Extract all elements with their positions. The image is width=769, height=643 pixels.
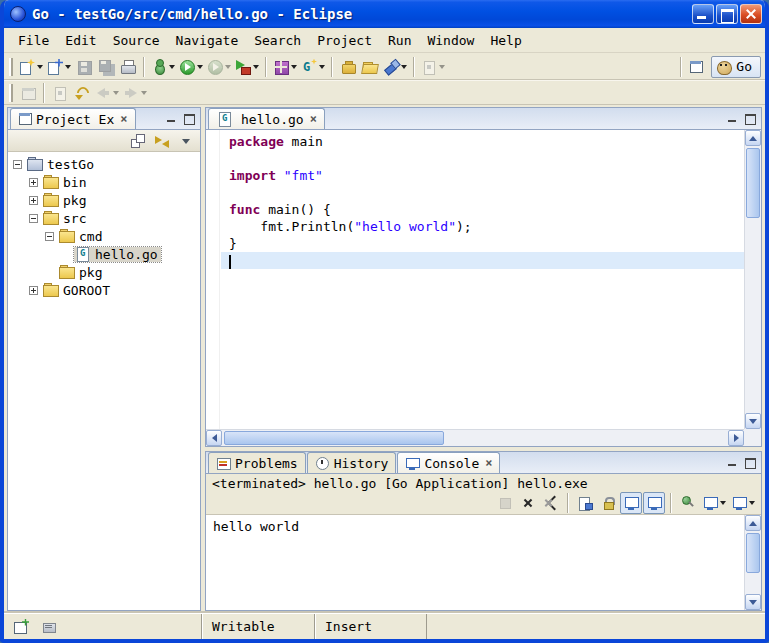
toolbar-handle[interactable] bbox=[9, 58, 13, 76]
expand-expander-icon[interactable] bbox=[29, 196, 38, 205]
run-history-button[interactable] bbox=[205, 56, 233, 78]
save-button[interactable] bbox=[73, 56, 95, 78]
open-console-button[interactable] bbox=[729, 492, 757, 514]
tree-item-hello-go[interactable]: hello.go bbox=[8, 245, 200, 263]
tree-item-goroot[interactable]: GOROOT bbox=[8, 281, 200, 299]
minimize-view-icon[interactable] bbox=[164, 112, 179, 125]
tab-problems[interactable]: Problems bbox=[208, 452, 306, 473]
close-tab-icon[interactable]: × bbox=[120, 114, 127, 124]
tree-item-pkg[interactable]: pkg bbox=[8, 191, 200, 209]
save-all-button[interactable] bbox=[95, 56, 117, 78]
editor-vertical-scrollbar[interactable] bbox=[744, 130, 761, 429]
collapse-expander-icon[interactable] bbox=[13, 160, 22, 169]
go-wizard-button[interactable] bbox=[299, 56, 327, 78]
remove-all-launches-button[interactable] bbox=[540, 492, 562, 514]
last-annotation-button[interactable] bbox=[49, 82, 71, 104]
go-perspective-button[interactable]: Go bbox=[711, 56, 761, 78]
maximize-view-icon[interactable] bbox=[742, 456, 757, 469]
maximize-view-icon[interactable] bbox=[181, 112, 196, 125]
tree-item-src[interactable]: src bbox=[8, 209, 200, 227]
code-area[interactable]: package mainimport "fmt"func main() { fm… bbox=[221, 130, 744, 429]
next-annotation-button[interactable] bbox=[419, 56, 447, 78]
pin-console-button[interactable] bbox=[677, 492, 699, 514]
run-button[interactable] bbox=[177, 56, 205, 78]
tab-project-explorer[interactable]: Project Ex × bbox=[10, 108, 136, 129]
forward-button[interactable] bbox=[121, 82, 149, 104]
tree-item-bin[interactable]: bin bbox=[8, 173, 200, 191]
back-button[interactable] bbox=[93, 82, 121, 104]
display-console-button[interactable] bbox=[700, 492, 728, 514]
remove-launch-button[interactable] bbox=[517, 492, 539, 514]
scroll-down-button[interactable] bbox=[745, 594, 761, 610]
collapse-expander-icon[interactable] bbox=[45, 232, 54, 241]
tab-console[interactable]: Console× bbox=[397, 452, 500, 473]
editor-horizontal-scrollbar[interactable] bbox=[206, 429, 744, 446]
new-go-project-button[interactable] bbox=[271, 56, 299, 78]
close-button[interactable] bbox=[740, 4, 762, 24]
menu-edit[interactable]: Edit bbox=[57, 30, 104, 51]
show-stdout-button[interactable] bbox=[620, 492, 642, 514]
collapse-expander-icon[interactable] bbox=[29, 214, 38, 223]
code-line[interactable] bbox=[221, 184, 744, 201]
expand-expander-icon[interactable] bbox=[29, 286, 38, 295]
new-element-button[interactable] bbox=[45, 56, 73, 78]
menu-window[interactable]: Window bbox=[419, 30, 482, 51]
link-with-editor-button[interactable] bbox=[151, 130, 173, 152]
maximize-view-icon[interactable] bbox=[742, 112, 757, 125]
menu-file[interactable]: File bbox=[10, 30, 57, 51]
menu-project[interactable]: Project bbox=[309, 30, 380, 51]
fast-view-button[interactable] bbox=[10, 616, 32, 638]
console-vertical-scrollbar[interactable] bbox=[744, 515, 761, 610]
view-menu-button[interactable] bbox=[175, 130, 197, 152]
console-output[interactable]: hello world bbox=[206, 515, 761, 610]
menu-help[interactable]: Help bbox=[482, 30, 529, 51]
expand-expander-icon[interactable] bbox=[29, 178, 38, 187]
tree-item-cmd[interactable]: cmd bbox=[8, 227, 200, 245]
tab-history[interactable]: History bbox=[307, 452, 397, 473]
code-line[interactable] bbox=[221, 150, 744, 167]
print-button[interactable] bbox=[117, 56, 139, 78]
scroll-right-button[interactable] bbox=[728, 430, 744, 446]
code-line[interactable]: fmt.Println("hello world"); bbox=[221, 218, 744, 235]
pin-editor-button[interactable] bbox=[17, 82, 39, 104]
current-code-line[interactable] bbox=[221, 252, 744, 269]
show-stderr-button[interactable] bbox=[643, 492, 665, 514]
code-line[interactable]: } bbox=[221, 235, 744, 252]
new-button[interactable] bbox=[17, 56, 45, 78]
close-tab-icon[interactable]: × bbox=[310, 114, 317, 124]
maximize-button[interactable] bbox=[716, 4, 738, 24]
title-bar[interactable]: Go - testGo/src/cmd/hello.go - Eclipse bbox=[4, 0, 765, 28]
minimize-button[interactable] bbox=[692, 4, 714, 24]
open-perspective-button[interactable] bbox=[686, 56, 708, 78]
code-line[interactable]: package main bbox=[221, 133, 744, 150]
open-resource-button[interactable] bbox=[359, 56, 381, 78]
debug-button[interactable] bbox=[149, 56, 177, 78]
trim-stack-button[interactable] bbox=[38, 616, 60, 638]
tab-hello-go[interactable]: hello.go × bbox=[208, 108, 325, 129]
open-element-button[interactable] bbox=[337, 56, 359, 78]
code-line[interactable]: func main() { bbox=[221, 201, 744, 218]
scroll-up-button[interactable] bbox=[745, 130, 761, 146]
external-tools-button[interactable] bbox=[233, 56, 261, 78]
scroll-left-button[interactable] bbox=[206, 430, 222, 446]
menu-source[interactable]: Source bbox=[105, 30, 168, 51]
tree-item-testgo[interactable]: testGo bbox=[8, 155, 200, 173]
annotation-ruler[interactable] bbox=[206, 130, 220, 429]
clear-console-button[interactable] bbox=[574, 492, 596, 514]
tree-item-pkg[interactable]: pkg bbox=[8, 263, 200, 281]
menu-navigate[interactable]: Navigate bbox=[168, 30, 247, 51]
minimize-view-icon[interactable] bbox=[725, 112, 740, 125]
minimize-view-icon[interactable] bbox=[725, 456, 740, 469]
menu-run[interactable]: Run bbox=[380, 30, 419, 51]
scroll-up-button[interactable] bbox=[745, 515, 761, 531]
collapse-all-button[interactable] bbox=[127, 130, 149, 152]
terminate-button[interactable] bbox=[494, 492, 516, 514]
menu-search[interactable]: Search bbox=[246, 30, 309, 51]
scroll-lock-button[interactable] bbox=[597, 492, 619, 514]
scrollbar-thumb[interactable] bbox=[224, 431, 444, 445]
project-tree[interactable]: testGobinpkgsrccmdhello.gopkgGOROOT bbox=[8, 152, 200, 610]
close-tab-icon[interactable]: × bbox=[485, 458, 492, 468]
search-button[interactable] bbox=[381, 56, 409, 78]
toolbar-handle[interactable] bbox=[9, 84, 13, 102]
scroll-down-button[interactable] bbox=[745, 413, 761, 429]
